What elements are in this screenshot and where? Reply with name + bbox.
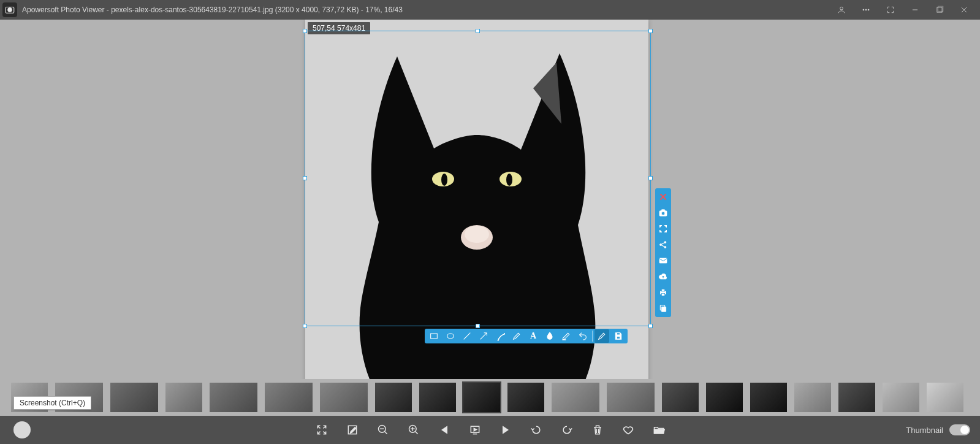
svg-rect-7 [938, 6, 943, 11]
selection-handle[interactable] [648, 324, 653, 328]
account-icon[interactable] [829, 0, 854, 20]
thumbnail[interactable] [927, 383, 963, 412]
svg-point-2 [840, 7, 843, 10]
previous-icon[interactable] [436, 422, 452, 438]
svg-rect-21 [659, 258, 667, 263]
brush-tool-icon[interactable] [509, 329, 524, 343]
selection-handle[interactable] [303, 176, 307, 180]
arrow-tool-icon[interactable] [476, 329, 491, 343]
thumbnail[interactable] [706, 383, 743, 412]
cancel-icon[interactable] [656, 190, 670, 204]
avatar[interactable] [13, 421, 31, 438]
svg-point-19 [664, 241, 666, 243]
svg-point-14 [465, 226, 489, 243]
thumbnail[interactable] [794, 383, 831, 412]
image-canvas[interactable]: 507,54 574x481 A [0, 20, 980, 379]
titlebar: Apowersoft Photo Viewer - pexels-alex-do… [0, 0, 980, 20]
svg-rect-30 [617, 337, 620, 339]
copy-icon[interactable] [656, 302, 670, 315]
svg-point-18 [659, 243, 661, 245]
slideshow-icon[interactable] [467, 422, 483, 438]
selection-handle[interactable] [303, 324, 307, 328]
svg-rect-6 [937, 7, 942, 12]
bottom-toolbar: Screenshot (Ctrl+Q) Thumbnail [0, 416, 980, 444]
svg-point-3 [863, 9, 864, 10]
selection-handle[interactable] [648, 176, 653, 180]
window-title: Apowersoft Photo Viewer - pexels-alex-do… [22, 6, 403, 14]
zoom-out-icon[interactable] [375, 422, 391, 438]
thumbnail[interactable] [210, 383, 257, 412]
mail-icon[interactable] [656, 254, 670, 267]
thumbnail-toggle-label: Thumbnail [906, 426, 943, 435]
tooltip: Screenshot (Ctrl+Q) [13, 396, 91, 410]
maximize-button[interactable] [927, 0, 952, 20]
capture-icon[interactable] [656, 206, 670, 220]
svg-point-28 [447, 334, 454, 339]
svg-rect-24 [661, 293, 664, 296]
open-folder-icon[interactable] [651, 422, 667, 438]
print-icon[interactable] [656, 286, 670, 299]
rotate-right-icon[interactable] [559, 422, 575, 438]
fullscreen-icon[interactable] [656, 222, 670, 235]
rectangle-tool-icon[interactable] [427, 329, 441, 343]
thumbnail[interactable] [662, 383, 699, 412]
delete-icon[interactable] [590, 422, 606, 438]
blur-tool-icon[interactable] [542, 329, 557, 343]
highlighter-tool-icon[interactable] [559, 329, 574, 343]
undo-icon[interactable] [575, 329, 590, 343]
fit-to-screen-icon[interactable] [314, 422, 330, 438]
thumbnail [838, 383, 875, 412]
eyedropper-tool-icon[interactable] [594, 329, 609, 343]
screenshot-action-palette [655, 188, 671, 317]
selection-handle[interactable] [476, 29, 480, 33]
app-icon [2, 2, 17, 17]
thumbnail[interactable] [463, 383, 500, 412]
svg-point-16 [661, 212, 664, 215]
thumbnail[interactable] [552, 383, 599, 412]
thumbnail[interactable] [375, 383, 412, 412]
svg-point-4 [865, 9, 867, 10]
upload-cloud-icon[interactable] [656, 270, 670, 283]
text-tool-icon[interactable]: A [526, 329, 541, 343]
rotate-left-icon[interactable] [528, 422, 544, 438]
thumbnail[interactable] [507, 383, 544, 412]
thumbnail[interactable] [320, 383, 368, 412]
selection-handle[interactable] [303, 29, 307, 33]
share-icon[interactable] [656, 238, 670, 251]
next-icon[interactable] [498, 422, 514, 438]
thumbnail[interactable] [750, 383, 787, 412]
close-button[interactable] [952, 0, 976, 20]
zoom-in-icon[interactable] [406, 422, 422, 438]
save-icon[interactable] [611, 329, 626, 343]
thumbnail[interactable] [419, 383, 456, 412]
svg-point-0 [7, 7, 12, 12]
line-tool-icon[interactable] [460, 329, 474, 343]
more-icon[interactable] [854, 0, 878, 20]
thumbnail[interactable] [883, 383, 919, 412]
selection-size-label: 507,54 574x481 [308, 22, 370, 34]
separator [592, 331, 593, 342]
bottom-center-controls [314, 422, 667, 438]
thumbnail-toggle[interactable] [949, 424, 970, 435]
svg-rect-17 [661, 210, 664, 212]
selection-handle[interactable] [476, 324, 480, 328]
curved-arrow-tool-icon[interactable] [493, 329, 507, 343]
svg-point-12 [506, 174, 512, 186]
svg-point-20 [664, 246, 666, 248]
thumbnail[interactable] [165, 383, 202, 412]
svg-point-5 [868, 9, 869, 10]
thumbnail[interactable] [110, 383, 158, 412]
edit-icon[interactable] [344, 422, 360, 438]
svg-point-11 [441, 174, 447, 186]
fullscreen-icon[interactable] [878, 0, 903, 20]
minimize-button[interactable] [903, 0, 927, 20]
selection-handle[interactable] [648, 29, 653, 33]
favorite-icon[interactable] [620, 422, 636, 438]
thumbnail-toggle-group: Thumbnail [906, 424, 970, 435]
ellipse-tool-icon[interactable] [443, 329, 458, 343]
thumbnail-strip[interactable] [0, 379, 980, 416]
svg-rect-27 [431, 334, 438, 339]
thumbnail[interactable] [265, 383, 313, 412]
thumbnail[interactable] [607, 383, 655, 412]
annotation-tool-palette: A [425, 329, 628, 343]
